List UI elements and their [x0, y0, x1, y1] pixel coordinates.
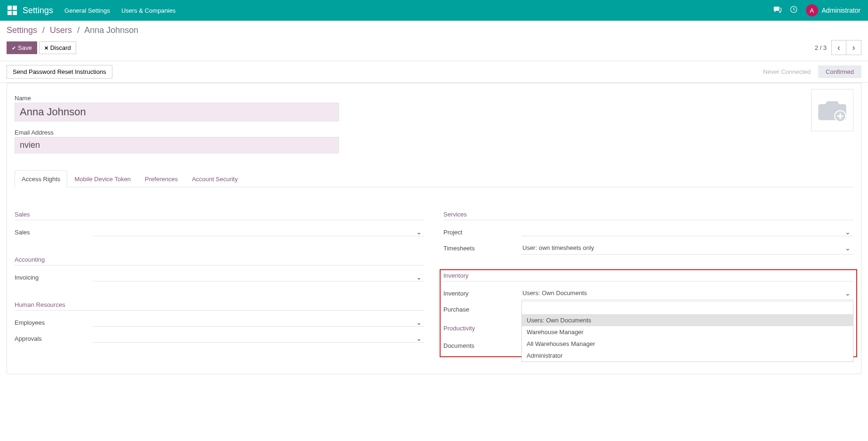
approvals-label: Approvals [15, 335, 93, 342]
tab-preferences[interactable]: Preferences [138, 170, 185, 187]
inventory-label: Inventory [443, 290, 521, 297]
name-input[interactable] [15, 103, 339, 121]
dropdown-option[interactable]: Warehouse Manager [522, 326, 853, 338]
email-label: Email Address [15, 129, 853, 136]
breadcrumb: Settings / Users / Anna Johnson [0, 21, 868, 37]
user-avatar[interactable]: A [806, 4, 818, 16]
status-never-connected[interactable]: Never Connected [756, 65, 818, 78]
toolbar: Save Discard 2 / 3 ‹ › [0, 37, 868, 61]
timesheets-select[interactable]: User: own timesheets only ⌄ [521, 241, 853, 255]
send-password-reset-button[interactable]: Send Password Reset Instructions [7, 65, 112, 79]
user-name[interactable]: Administrator [822, 7, 860, 14]
pager-text: 2 / 3 [815, 44, 827, 51]
camera-plus-icon [816, 98, 848, 122]
close-icon [44, 44, 48, 51]
section-sales: Sales [15, 211, 425, 220]
breadcrumb-current: Anna Johnson [84, 25, 138, 35]
check-icon [12, 44, 16, 51]
activity-icon[interactable] [790, 6, 797, 15]
dropdown-option[interactable]: Administrator [522, 350, 853, 361]
statusbar: Send Password Reset Instructions Never C… [0, 61, 868, 83]
tab-access-rights[interactable]: Access Rights [15, 170, 67, 187]
avatar-upload[interactable] [811, 89, 853, 131]
save-button[interactable]: Save [7, 41, 37, 54]
nav-general-settings[interactable]: General Settings [64, 7, 110, 14]
employees-select[interactable]: ⌄ [93, 318, 425, 327]
invoicing-select[interactable]: ⌄ [93, 273, 425, 281]
section-accounting: Accounting [15, 256, 425, 265]
timesheets-label: Timesheets [443, 245, 521, 252]
employees-label: Employees [15, 319, 93, 326]
tabs: Access Rights Mobile Device Token Prefer… [15, 170, 853, 187]
highlighted-inventory-area: Inventory Inventory Users: Own Documents… [440, 269, 857, 357]
tab-mobile-device-token[interactable]: Mobile Device Token [67, 170, 138, 187]
section-hr: Human Resources [15, 301, 425, 311]
pager-prev-button[interactable]: ‹ [831, 40, 846, 55]
approvals-select[interactable]: ⌄ [93, 334, 425, 343]
messaging-icon[interactable] [773, 6, 781, 15]
email-input[interactable] [15, 137, 339, 153]
form-sheet: Name Email Address Access Rights Mobile … [7, 83, 861, 374]
dropdown-search-input[interactable] [522, 301, 853, 314]
documents-label: Documents [443, 342, 521, 349]
tab-account-security[interactable]: Account Security [185, 170, 245, 187]
dropdown-option[interactable]: All Warehouses Manager [522, 338, 853, 350]
dropdown-option[interactable]: Users: Own Documents [522, 314, 853, 326]
apps-icon[interactable] [8, 6, 17, 15]
sales-label: Sales [15, 229, 93, 236]
topbar: Settings General Settings Users & Compan… [0, 0, 868, 21]
section-inventory: Inventory [443, 272, 853, 281]
pager-next-button[interactable]: › [846, 40, 861, 55]
discard-button[interactable]: Discard [39, 41, 76, 54]
inventory-select[interactable]: Users: Own Documents ⌄ Users: Own Docume… [521, 287, 853, 300]
status-confirmed[interactable]: Confirmed [818, 65, 861, 78]
breadcrumb-users[interactable]: Users [50, 25, 72, 35]
project-label: Project [443, 229, 521, 236]
section-services: Services [443, 211, 853, 220]
purchase-label: Purchase [443, 306, 521, 313]
inventory-dropdown: Users: Own Documents Warehouse Manager A… [521, 301, 853, 362]
invoicing-label: Invoicing [15, 274, 93, 281]
sales-select[interactable]: ⌄ [93, 228, 425, 236]
project-select[interactable]: ⌄ [521, 228, 853, 236]
brand-title: Settings [23, 6, 53, 16]
breadcrumb-settings[interactable]: Settings [7, 25, 37, 35]
name-label: Name [15, 95, 853, 102]
nav-users-companies[interactable]: Users & Companies [121, 7, 176, 14]
